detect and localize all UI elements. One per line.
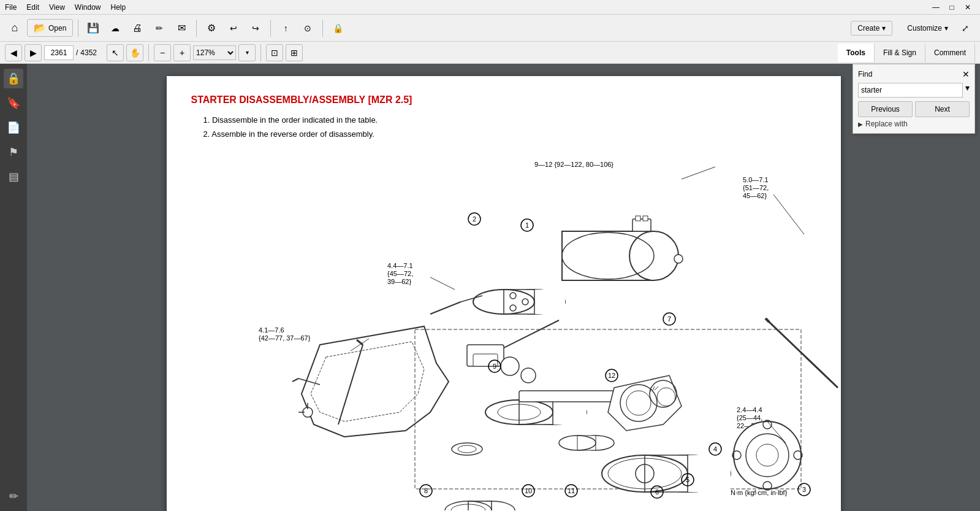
- main-area: 🔒 🔖 📄 ⚑ ▤ ✏ STARTER DISASSEMBLY/ASSEMBLY…: [0, 64, 980, 511]
- replace-with-section[interactable]: ▶ Replace with: [858, 120, 970, 128]
- left-sidebar: 🔒 🔖 📄 ⚑ ▤ ✏: [0, 64, 27, 511]
- page-navigation: / 4352: [44, 45, 97, 60]
- svg-line-82: [430, 277, 455, 290]
- part-2-label: 2: [472, 215, 476, 223]
- content-area[interactable]: STARTER DISASSEMBLY/ASSEMBLY [MZR 2.5] 1…: [27, 64, 980, 511]
- part-5-label: 5: [685, 476, 689, 483]
- part-3-label: 3: [802, 486, 805, 493]
- torque-label-4b: {42—77, 37—67}: [259, 334, 311, 342]
- svg-point-21: [501, 357, 519, 375]
- separator-2: [196, 20, 197, 37]
- separator-1: [78, 20, 78, 37]
- page-separator: /: [76, 48, 78, 57]
- svg-point-73: [452, 443, 482, 455]
- torque-label-3: 4.4—7.1: [387, 262, 413, 269]
- find-button-row: Previous Next: [858, 101, 970, 117]
- menu-help[interactable]: Help: [111, 3, 126, 12]
- share-button[interactable]: ↑: [276, 18, 295, 38]
- svg-line-80: [682, 167, 715, 179]
- find-panel-title: Find: [858, 70, 872, 79]
- zoom-dropdown-button[interactable]: ▾: [238, 44, 256, 61]
- create-button[interactable]: Create ▾: [851, 21, 892, 36]
- torque-label-1: 9—12 {92—122, 80—106}: [534, 161, 613, 168]
- svg-rect-8: [636, 216, 640, 221]
- edit-pdf-button[interactable]: ✏: [150, 18, 169, 38]
- part-12-label: 12: [607, 372, 615, 379]
- fit-page-button[interactable]: ⊡: [266, 44, 283, 61]
- open-label: Open: [48, 24, 66, 33]
- part-10-label: 10: [524, 487, 531, 494]
- sidebar-bookmark-icon[interactable]: 🔖: [4, 93, 23, 113]
- pan-tool-button[interactable]: ✋: [126, 44, 143, 61]
- svg-line-70: [765, 318, 769, 322]
- part-8-label: 8: [424, 487, 427, 494]
- comment-tab[interactable]: Comment: [925, 44, 975, 62]
- find-panel: Find ✕ ▾ Previous Next ▶ Replace with: [853, 64, 975, 134]
- next-page-button[interactable]: ▶: [25, 44, 42, 61]
- find-panel-close-button[interactable]: ✕: [962, 69, 970, 79]
- select-tool-button[interactable]: ↖: [107, 44, 124, 61]
- separator-zoom: [148, 44, 149, 61]
- menu-file[interactable]: File: [5, 3, 17, 12]
- zoom-in-button[interactable]: +: [173, 44, 191, 61]
- secondary-toolbar: ◀ ▶ / 4352 ↖ ✋ − + 127% 100% 75% 150% ▾ …: [0, 42, 980, 64]
- expand-button[interactable]: ⤢: [955, 18, 975, 38]
- find-dropdown-icon[interactable]: ▾: [965, 83, 970, 98]
- torque-label-3c: 39—62}: [387, 278, 411, 285]
- part-6-label: 6: [655, 488, 658, 496]
- svg-line-26: [430, 302, 461, 314]
- print-button[interactable]: 🖨: [127, 18, 147, 38]
- redo-button[interactable]: ↪: [246, 18, 265, 38]
- torque-label-5b: {25—44,: [737, 414, 762, 421]
- home-button[interactable]: ⌂: [5, 18, 25, 38]
- exploded-diagram-svg: 9—12 {92—122, 80—106} 5.0—7.1 {51—72, 45…: [191, 148, 841, 510]
- fill-sign-tab[interactable]: Fill & Sign: [875, 44, 925, 62]
- svg-point-10: [674, 255, 683, 263]
- menu-view[interactable]: View: [49, 3, 65, 12]
- svg-point-41: [734, 421, 801, 489]
- torque-label-5: 2.4—4.4: [737, 406, 762, 413]
- sidebar-flag-icon[interactable]: ⚑: [4, 142, 23, 162]
- part-9-label: 9: [492, 363, 496, 370]
- part-11-label: 11: [567, 487, 574, 494]
- save-to-cloud-button[interactable]: ☁: [105, 18, 125, 38]
- maximize-button[interactable]: □: [944, 0, 959, 15]
- previous-button[interactable]: Previous: [858, 101, 913, 117]
- create-dropdown-icon: ▾: [882, 24, 886, 33]
- sidebar-edit-icon[interactable]: ✏: [4, 486, 23, 506]
- svg-line-69: [767, 320, 838, 388]
- minimize-button[interactable]: —: [929, 0, 943, 15]
- fit-width-button[interactable]: ⊞: [286, 44, 303, 61]
- open-icon: 📂: [34, 22, 46, 34]
- email-button[interactable]: ✉: [172, 18, 191, 38]
- sidebar-page-icon[interactable]: 📄: [4, 118, 23, 137]
- prev-page-button[interactable]: ◀: [5, 44, 22, 61]
- menu-edit[interactable]: Edit: [26, 3, 39, 12]
- torque-label-3b: {45—72,: [387, 270, 413, 277]
- protect-button[interactable]: 🔒: [328, 18, 348, 38]
- svg-rect-9: [643, 216, 648, 221]
- undo-button[interactable]: ↩: [224, 18, 243, 38]
- find-panel-header: Find ✕: [858, 69, 970, 79]
- export-button[interactable]: ⊙: [298, 18, 317, 38]
- close-button[interactable]: ✕: [960, 0, 975, 15]
- preferences-button[interactable]: ⚙: [202, 18, 221, 38]
- find-search-input[interactable]: [858, 83, 963, 98]
- sidebar-lock-icon[interactable]: 🔒: [4, 69, 23, 88]
- torque-label-2: 5.0—7.1: [743, 176, 769, 183]
- page-number-input[interactable]: [44, 45, 74, 60]
- save-button[interactable]: 💾: [83, 18, 103, 38]
- menu-window[interactable]: Window: [75, 3, 101, 12]
- customize-dropdown-icon: ▾: [944, 24, 948, 33]
- torque-label-2b: {51—72,: [743, 184, 769, 191]
- sidebar-layers-icon[interactable]: ▤: [4, 167, 23, 186]
- replace-expand-icon: ▶: [858, 121, 863, 128]
- window-controls: — □ ✕: [929, 0, 975, 15]
- zoom-out-button[interactable]: −: [154, 44, 171, 61]
- separator-4: [322, 20, 323, 37]
- customize-button[interactable]: Customize ▾: [902, 21, 953, 35]
- tools-tab[interactable]: Tools: [838, 44, 875, 62]
- open-button[interactable]: 📂 Open: [27, 19, 73, 37]
- zoom-select[interactable]: 127% 100% 75% 150%: [193, 45, 236, 60]
- next-button[interactable]: Next: [915, 101, 970, 117]
